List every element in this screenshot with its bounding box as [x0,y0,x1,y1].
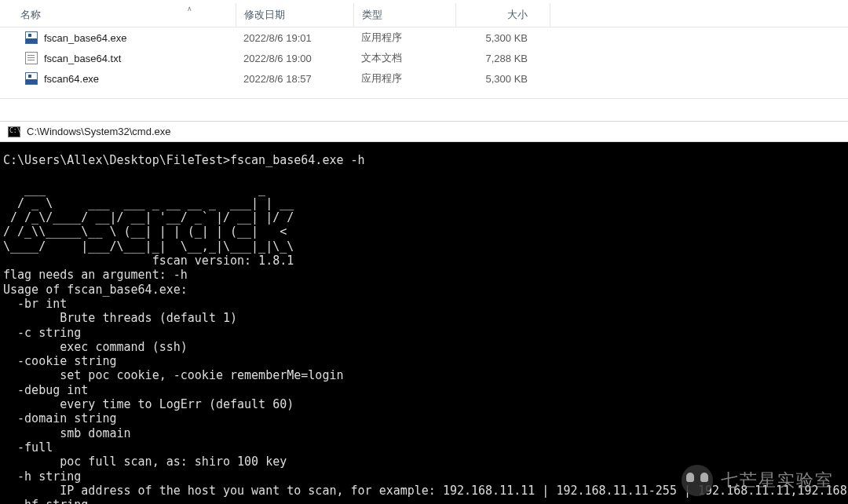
column-spacer [550,3,848,27]
column-header-type[interactable]: 类型 [353,3,455,27]
cmd-titlebar[interactable]: C:\Windows\System32\cmd.exe [0,121,848,142]
txt-icon [25,52,38,64]
table-row[interactable]: fscan64.exe 2022/8/6 18:57 应用程序 5,300 KB [0,68,848,89]
watermark-logo-icon [682,465,713,496]
column-header-name[interactable]: 名称 ∧ [0,3,236,27]
watermark-text: 七芒星实验室 [721,469,834,492]
file-size: 7,288 KB [455,48,550,68]
exe-icon [25,72,38,85]
watermark: 七芒星实验室 [682,465,834,496]
file-type: 文本文档 [353,48,455,68]
file-table: 名称 ∧ 修改日期 类型 大小 fscan_base64.exe 2022/8/… [0,3,848,89]
exe-icon [25,31,38,44]
file-date: 2022/8/6 19:00 [236,48,353,68]
file-explorer-pane: 名称 ∧ 修改日期 类型 大小 fscan_base64.exe 2022/8/… [0,0,848,99]
cmd-icon [8,126,20,137]
terminal-output[interactable]: C:\Users\Allex\Desktop\FileTest>fscan_ba… [0,142,848,504]
separator-gap [0,99,848,121]
file-name: fscan64.exe [44,73,99,85]
file-name: fscan_base64.exe [44,32,127,44]
column-header-date[interactable]: 修改日期 [236,3,353,27]
file-name: fscan_base64.txt [44,53,121,64]
column-header-name-label: 名称 [20,9,41,20]
sort-indicator-icon: ∧ [187,5,192,13]
cmd-title-text: C:\Windows\System32\cmd.exe [27,126,171,137]
file-size: 5,300 KB [455,68,550,89]
table-row[interactable]: fscan_base64.exe 2022/8/6 19:01 应用程序 5,3… [0,27,848,49]
column-header-size[interactable]: 大小 [455,3,550,27]
file-type: 应用程序 [353,68,455,89]
table-row[interactable]: fscan_base64.txt 2022/8/6 19:00 文本文档 7,2… [0,48,848,68]
file-type: 应用程序 [353,27,455,49]
file-date: 2022/8/6 18:57 [236,68,353,89]
file-date: 2022/8/6 19:01 [236,27,353,49]
file-size: 5,300 KB [455,27,550,49]
